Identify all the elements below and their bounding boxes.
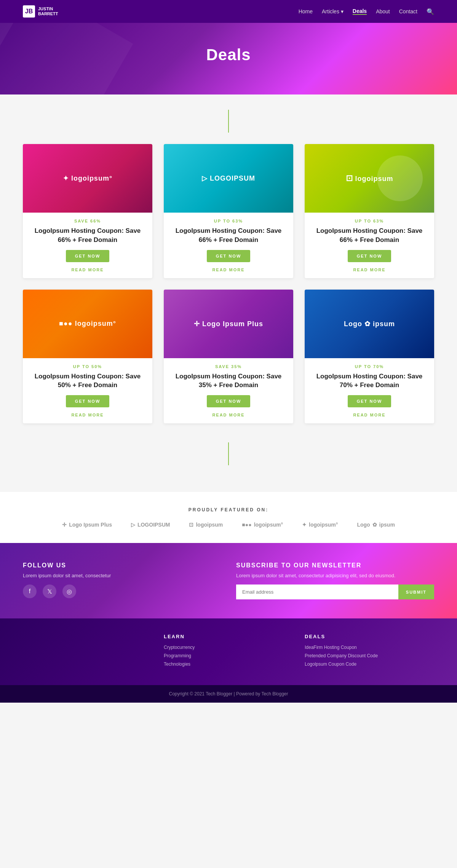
card-badge-3: UP TO 63% (312, 219, 427, 223)
read-more-5[interactable]: READ MORE (171, 413, 286, 417)
main-content: ✦ logoipsum° SAVE 66% LogoIpsum Hosting … (0, 94, 457, 492)
nav-home[interactable]: Home (299, 8, 313, 14)
read-more-2[interactable]: READ MORE (171, 267, 286, 272)
newsletter-title: SUBSCRIBE TO OUR NEWSLETTER (236, 562, 434, 569)
cards-grid: ✦ logoipsum° SAVE 66% LogoIpsum Hosting … (23, 144, 434, 423)
f-icon-1: ✛ (62, 522, 67, 528)
card-badge-5: SAVE 35% (171, 364, 286, 369)
deal-card-1: ✦ logoipsum° SAVE 66% LogoIpsum Hosting … (23, 144, 152, 278)
learn-title: LEARN (164, 634, 293, 639)
deal-card-2: ▷ LOGOIPSUM UP TO 63% LogoIpsum Hosting … (164, 144, 293, 278)
nav-links: Home Articles ▾ Deals About Contact 🔍 (299, 8, 434, 15)
card-title-5: LogoIpsum Hosting Coupon: Save 35% + Fre… (171, 372, 286, 390)
get-now-button-1[interactable]: GET NOW (66, 250, 110, 262)
facebook-icon[interactable]: f (23, 585, 37, 598)
site-name: JUSTINBARRETT (38, 6, 58, 16)
nav-about[interactable]: About (376, 8, 390, 14)
deals-link-3[interactable]: Logolpsum Coupon Code (305, 661, 434, 667)
deals-link-2[interactable]: Pretended Company Discount Code (305, 653, 434, 658)
get-now-button-4[interactable]: GET NOW (66, 395, 110, 407)
card-body-5: SAVE 35% LogoIpsum Hosting Coupon: Save … (164, 358, 293, 424)
footer-top: FOLLOW US Lorem ipsum dolor sit amet, co… (0, 543, 457, 618)
footer-copyright: Copyright © 2021 Tech Blogger | Powered … (0, 685, 457, 703)
get-now-button-3[interactable]: GET NOW (348, 250, 391, 262)
read-more-1[interactable]: READ MORE (30, 267, 145, 272)
card-image-5: ✛ Logo Ipsum Plus (164, 290, 293, 358)
footer-newsletter: SUBSCRIBE TO OUR NEWSLETTER Lorem ipsum … (236, 562, 434, 599)
logo-box: JB (23, 5, 35, 18)
newsletter-form: SUBMIT (236, 585, 434, 599)
logo-icon-1: ✦ (63, 175, 69, 182)
instagram-icon[interactable]: ◎ (62, 585, 76, 598)
card-body-2: UP TO 63% LogoIpsum Hosting Coupon: Save… (164, 213, 293, 278)
f-icon-2: ▷ (131, 522, 135, 528)
card-logo-4: ■●● logoipsum° (59, 320, 116, 328)
divider (23, 110, 434, 133)
navbar: JB JUSTINBARRETT Home Articles ▾ Deals A… (0, 0, 457, 23)
follow-title: FOLLOW US (23, 562, 221, 569)
submit-button[interactable]: SUBMIT (398, 585, 434, 599)
f-icon-3: ⊡ (189, 522, 193, 528)
get-now-button-5[interactable]: GET NOW (207, 395, 251, 407)
deal-card-6: Logo ✿ ipsum UP TO 70% LogoIpsum Hosting… (305, 290, 434, 424)
nav-contact[interactable]: Contact (399, 8, 417, 14)
read-more-4[interactable]: READ MORE (30, 413, 145, 417)
card-image-6: Logo ✿ ipsum (305, 290, 434, 358)
card-title-2: LogoIpsum Hosting Coupon: Save 66% + Fre… (171, 226, 286, 245)
f-icon-5: ✦ (302, 522, 307, 528)
learn-link-3[interactable]: Technologies (164, 661, 293, 667)
follow-text: Lorem ipsum dolor sit amet, consectetur (23, 573, 221, 578)
nav-articles[interactable]: Articles ▾ (322, 8, 344, 14)
card-badge-2: UP TO 63% (171, 219, 286, 223)
featured-logo-6: Logo ✿ ipsum (357, 522, 395, 528)
featured-logo-2: ▷ LOGOIPSUM (131, 522, 170, 528)
card-title-3: LogoIpsum Hosting Coupon: Save 66% + Fre… (312, 226, 427, 245)
card-title-4: LogoIpsum Hosting Coupon: Save 50% + Fre… (30, 372, 145, 390)
learn-link-1[interactable]: Cryptocurrency (164, 645, 293, 650)
card-body-4: UP TO 50% LogoIpsum Hosting Coupon: Save… (23, 358, 152, 424)
get-now-button-2[interactable]: GET NOW (207, 250, 251, 262)
twitter-icon[interactable]: 𝕏 (43, 585, 56, 598)
card-title-1: LogoIpsum Hosting Coupon: Save 66% + Fre… (30, 226, 145, 245)
deal-card-5: ✛ Logo Ipsum Plus SAVE 35% LogoIpsum Hos… (164, 290, 293, 424)
learn-link-2[interactable]: Programming (164, 653, 293, 658)
card-title-6: LogoIpsum Hosting Coupon: Save 70% + Fre… (312, 372, 427, 390)
footer-logo-col (23, 634, 152, 670)
card-image-3: ⊡ logoipsum (305, 144, 434, 213)
card-body-6: UP TO 70% LogoIpsum Hosting Coupon: Save… (305, 358, 434, 424)
featured-logo-1: ✛ Logo Ipsum Plus (62, 522, 112, 528)
card-logo-6: Logo ✿ ipsum (344, 320, 395, 328)
read-more-3[interactable]: READ MORE (312, 267, 427, 272)
newsletter-text: Lorem ipsum dolor sit amet, consectetur … (236, 573, 434, 578)
copyright-text: Copyright © 2021 Tech Blogger | Powered … (169, 691, 288, 697)
featured-section: PROUDLY FEATURED ON: ✛ Logo Ipsum Plus ▷… (0, 492, 457, 543)
read-more-6[interactable]: READ MORE (312, 413, 427, 417)
featured-logos: ✛ Logo Ipsum Plus ▷ LOGOIPSUM ⊡ logoipsu… (23, 522, 434, 528)
footer-learn-col: LEARN Cryptocurrency Programming Technol… (164, 634, 293, 670)
get-now-button-6[interactable]: GET NOW (348, 395, 391, 407)
featured-logo-3: ⊡ logoipsum (189, 522, 223, 528)
deal-card-3: ⊡ logoipsum UP TO 63% LogoIpsum Hosting … (305, 144, 434, 278)
search-icon[interactable]: 🔍 (427, 8, 434, 15)
featured-label: PROUDLY FEATURED ON: (23, 507, 434, 512)
card-badge-1: SAVE 66% (30, 219, 145, 223)
card-logo-3: ⊡ logoipsum (346, 173, 393, 183)
email-input[interactable] (236, 585, 398, 599)
social-icons: f 𝕏 ◎ (23, 585, 221, 598)
footer-follow: FOLLOW US Lorem ipsum dolor sit amet, co… (23, 562, 221, 599)
nav-deals[interactable]: Deals (353, 8, 367, 15)
card-body-3: UP TO 63% LogoIpsum Hosting Coupon: Save… (305, 213, 434, 278)
card-logo-5: ✛ Logo Ipsum Plus (194, 320, 263, 328)
deal-card-4: ■●● logoipsum° UP TO 50% LogoIpsum Hosti… (23, 290, 152, 424)
hero-section: Deals (0, 23, 457, 94)
featured-logo-5: ✦ logoipsum° (302, 522, 338, 528)
card-image-4: ■●● logoipsum° (23, 290, 152, 358)
footer-bottom: LEARN Cryptocurrency Programming Technol… (0, 618, 457, 685)
deals-link-1[interactable]: IdeaFirm Hosting Coupon (305, 645, 434, 650)
deals-title: DEALS (305, 634, 434, 639)
card-badge-4: UP TO 50% (30, 364, 145, 369)
site-logo[interactable]: JB JUSTINBARRETT (23, 5, 58, 18)
card-badge-6: UP TO 70% (312, 364, 427, 369)
page-title: Deals (8, 46, 449, 64)
card-image-1: ✦ logoipsum° (23, 144, 152, 213)
